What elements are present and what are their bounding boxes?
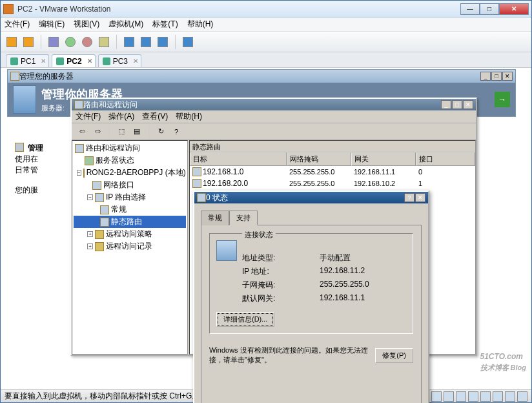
- close-tab-icon[interactable]: ✕: [133, 57, 138, 65]
- server-big-icon: [13, 85, 36, 114]
- back-button[interactable]: ⇦: [76, 125, 88, 138]
- tray-cd-icon[interactable]: [444, 391, 454, 402]
- status-help[interactable]: ?: [404, 193, 414, 202]
- tray-network-icon[interactable]: [468, 391, 478, 402]
- tray-floppy-icon[interactable]: [456, 391, 466, 402]
- expand-icon[interactable]: +: [87, 231, 93, 237]
- mgr-close[interactable]: ✕: [502, 72, 513, 81]
- network-icon: [197, 193, 206, 202]
- close-button[interactable]: ✕: [499, 3, 529, 15]
- details-button[interactable]: 详细信息(D)...: [216, 312, 274, 327]
- route-icon: [192, 167, 201, 176]
- tab-pc1[interactable]: PC1✕: [6, 54, 49, 67]
- power-button[interactable]: [21, 35, 36, 49]
- rras-menubar: 文件(F) 操作(A) 查看(V) 帮助(H): [72, 110, 476, 123]
- server-status-icon: [85, 156, 94, 165]
- folder-icon: [95, 242, 104, 251]
- route-row[interactable]: 192.168.20.0 255.255.255.0 192.168.10.2 …: [190, 178, 475, 189]
- unity-button[interactable]: [139, 35, 153, 49]
- menu-help[interactable]: 帮助(H): [187, 19, 214, 30]
- rras-icon: [74, 100, 83, 109]
- col-interface[interactable]: 接口: [416, 152, 475, 166]
- settings-button[interactable]: [63, 35, 77, 49]
- menu-vm[interactable]: 虚拟机(M): [108, 19, 143, 30]
- folder-icon: [95, 230, 104, 239]
- minimize-button[interactable]: —: [460, 3, 480, 15]
- maximize-button[interactable]: □: [480, 3, 499, 15]
- tray-printer-icon[interactable]: [505, 391, 515, 402]
- collapse-icon[interactable]: −: [77, 170, 81, 176]
- forward-button[interactable]: ⇨: [91, 125, 104, 138]
- rras-close[interactable]: ✕: [463, 100, 473, 109]
- menu-file[interactable]: 文件(F): [5, 19, 30, 30]
- manage-button[interactable]: [97, 35, 111, 49]
- tray-display-icon[interactable]: [517, 391, 527, 402]
- vm-icon: [103, 57, 110, 65]
- server-icon: [10, 72, 19, 81]
- tab-pc3[interactable]: PC3✕: [98, 54, 141, 67]
- up-button[interactable]: ⬚: [115, 125, 128, 138]
- fullscreen-button[interactable]: [122, 35, 136, 49]
- connection-status-dialog: 0 状态 ? ✕ 常规 支持 连接状态 地址类型:手动配置: [193, 191, 429, 403]
- tree-static-routes[interactable]: 静态路由: [74, 216, 186, 228]
- guest-desktop[interactable]: 管理您的服务器 _ □ ✕ 管理你的服务器 服务器: → 管理 使用在 日常管: [1, 68, 531, 389]
- next-arrow-icon[interactable]: →: [495, 92, 510, 107]
- tree-network-interfaces[interactable]: 网络接口: [74, 179, 186, 191]
- manage-server-titlebar[interactable]: 管理您的服务器 _ □ ✕: [8, 70, 515, 83]
- snapshot-button[interactable]: [46, 35, 61, 49]
- tree-general[interactable]: 常规: [74, 203, 186, 216]
- collapse-icon[interactable]: −: [87, 194, 93, 200]
- col-gateway[interactable]: 网关: [351, 152, 416, 166]
- mgr-maximize[interactable]: □: [491, 72, 502, 81]
- connection-status-group: 连接状态: [242, 230, 276, 240]
- status-close[interactable]: ✕: [415, 193, 425, 202]
- tray-usb-icon[interactable]: [480, 391, 491, 402]
- close-tab-icon[interactable]: ✕: [41, 57, 46, 65]
- tree-remote-policy[interactable]: +远程访问策略: [74, 228, 186, 240]
- properties-button[interactable]: ▤: [130, 125, 143, 138]
- tree-server-status[interactable]: 服务器状态: [74, 154, 186, 167]
- rras-tree[interactable]: 路由和远程访问 服务器状态 −RONG2-BAEROBPPJ (本地) 网络接口…: [72, 140, 188, 355]
- rras-menu-file[interactable]: 文件(F): [76, 111, 101, 122]
- col-destination[interactable]: 目标: [190, 152, 287, 166]
- default-gateway-value: 192.168.11.1: [320, 293, 406, 304]
- vmware-icon: [3, 4, 14, 14]
- tray-sound-icon[interactable]: [493, 391, 503, 402]
- close-tab-icon[interactable]: ✕: [87, 57, 92, 65]
- network-status-icon: [216, 240, 237, 261]
- menu-edit[interactable]: 编辑(E): [39, 19, 65, 30]
- tree-remote-log[interactable]: +远程访问记录: [74, 240, 186, 253]
- tab-general[interactable]: 常规: [201, 211, 229, 225]
- repair-button[interactable]: 修复(P): [375, 348, 413, 363]
- menu-view[interactable]: 视图(V): [74, 19, 99, 30]
- rras-minimize[interactable]: _: [441, 100, 451, 109]
- col-mask[interactable]: 网络掩码: [287, 152, 351, 166]
- rras-menu-help[interactable]: 帮助(H): [176, 111, 202, 122]
- tray-hdd-icon[interactable]: [431, 391, 442, 402]
- expand-icon[interactable]: +: [87, 243, 93, 249]
- rras-menu-view[interactable]: 查看(V): [142, 111, 168, 122]
- tree-ip-routing[interactable]: −IP 路由选择: [74, 191, 186, 203]
- tree-host[interactable]: −RONG2-BAEROBPPJ (本地): [74, 167, 186, 179]
- ip-address-value: 192.168.11.2: [320, 266, 406, 277]
- pause-button[interactable]: [5, 35, 19, 49]
- tools-icon: [15, 143, 24, 152]
- status-titlebar[interactable]: 0 状态 ? ✕: [194, 192, 428, 203]
- tab-support[interactable]: 支持: [229, 211, 258, 225]
- tab-pc2[interactable]: PC2✕: [52, 54, 95, 67]
- refresh-button[interactable]: ↻: [154, 125, 167, 138]
- route-row[interactable]: 192.168.1.0 255.255.255.0 192.168.11.1 0: [190, 166, 475, 178]
- vm-tabs: PC1✕ PC2✕ PC3✕: [1, 52, 531, 68]
- thumbnail-button[interactable]: [181, 35, 195, 49]
- rras-menu-action[interactable]: 操作(A): [108, 111, 134, 122]
- help-button[interactable]: ?: [170, 125, 183, 138]
- revert-button[interactable]: [80, 35, 94, 49]
- mgr-minimize[interactable]: _: [480, 72, 491, 81]
- rras-maximize[interactable]: □: [452, 100, 462, 109]
- tree-root[interactable]: 路由和远程访问: [74, 142, 186, 154]
- rras-titlebar[interactable]: 路由和远程访问 _ □ ✕: [72, 99, 476, 110]
- console-button[interactable]: [156, 35, 170, 49]
- rras-toolbar: ⇦ ⇨ ⬚ ▤ ↻ ?: [72, 123, 476, 140]
- vm-icon: [10, 57, 18, 65]
- menu-tabs[interactable]: 标签(T): [152, 19, 178, 30]
